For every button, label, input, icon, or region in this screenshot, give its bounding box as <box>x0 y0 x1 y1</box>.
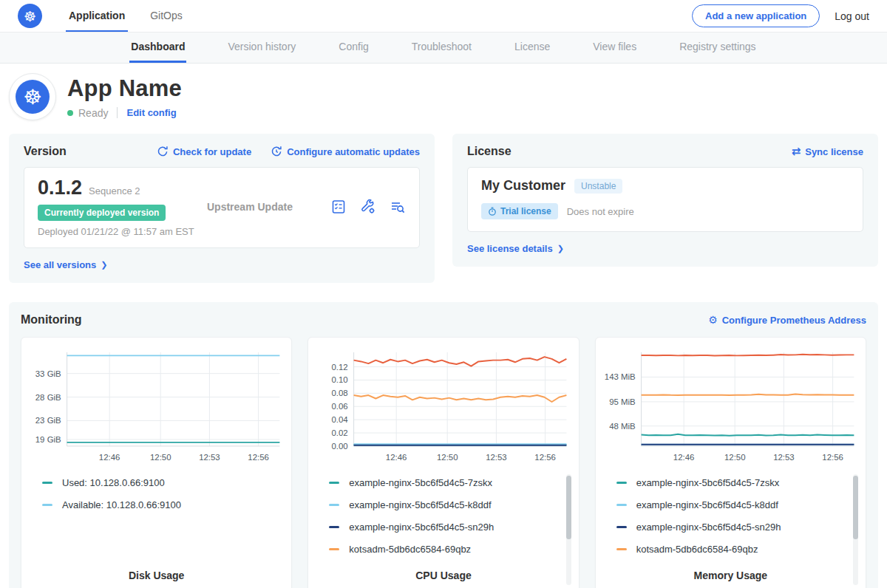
cpu-usage-card: 12:4612:5012:5312:560.000.020.040.060.08… <box>307 337 579 588</box>
series-dash-icon <box>616 482 627 484</box>
sync-arrows-icon: ⇄ <box>792 146 801 157</box>
svg-text:0.00: 0.00 <box>332 442 348 451</box>
cpu-usage-chart: 12:4612:5012:5312:560.000.020.040.060.08… <box>314 343 572 470</box>
cpu-usage-title: CPU Usage <box>314 564 572 581</box>
svg-text:12:46: 12:46 <box>99 453 120 462</box>
svg-text:12:56: 12:56 <box>535 453 557 462</box>
sequence-label: Sequence 2 <box>89 185 140 196</box>
svg-text:12:56: 12:56 <box>248 453 269 462</box>
expiry-text: Does not expire <box>567 206 634 217</box>
series-dash-icon <box>42 482 52 484</box>
app-avatar: ☸ <box>9 73 56 120</box>
kubernetes-logo-icon: ☸ <box>18 4 42 28</box>
edit-config-link[interactable]: Edit config <box>126 107 176 118</box>
memory-usage-card: 12:4612:5012:5312:5648 MiB95 MiB143 MiB … <box>595 337 866 588</box>
license-panel: My Customer Unstable Trial license Does … <box>467 167 863 232</box>
svg-text:12:53: 12:53 <box>486 453 507 462</box>
tab-license[interactable]: License <box>513 33 551 63</box>
svg-text:0.10: 0.10 <box>332 375 348 384</box>
configure-automatic-updates-link[interactable]: Configure automatic updates <box>271 146 420 157</box>
refresh-icon <box>157 146 169 157</box>
channel-badge: Unstable <box>574 179 622 194</box>
disk-usage-card: 12:4612:5012:5312:5619 GiB23 GiB28 GiB33… <box>21 337 292 588</box>
currently-deployed-badge: Currently deployed version <box>38 205 166 221</box>
legend-label: kotsadm-5db6dc6584-69qbz <box>349 544 471 555</box>
monitoring-title: Monitoring <box>21 313 82 327</box>
memory-usage-legend: example-nginx-5bc6f5d4c5-7zskx example-n… <box>602 470 860 564</box>
legend-label: example-nginx-5bc6f5d4c5-k8ddf <box>636 499 778 510</box>
tab-view-files[interactable]: View files <box>591 33 638 63</box>
see-license-details-link[interactable]: See license details ❯ <box>467 243 564 254</box>
svg-text:0.08: 0.08 <box>332 389 348 397</box>
tab-registry-settings[interactable]: Registry settings <box>678 33 757 63</box>
svg-text:12:53: 12:53 <box>773 453 795 462</box>
legend-label: Used: 10.128.0.66:9100 <box>62 477 165 488</box>
tab-dashboard[interactable]: Dashboard <box>129 33 186 63</box>
clock-refresh-icon <box>271 146 282 157</box>
legend-item: kotsadm-5db6dc6584-69qbz <box>329 544 562 555</box>
gear-icon: ⚙ <box>708 315 718 325</box>
checklist-icon <box>330 199 347 215</box>
chevron-right-icon: ❯ <box>101 260 107 270</box>
trial-license-label: Trial license <box>500 206 551 216</box>
check-for-update-link[interactable]: Check for update <box>157 146 251 157</box>
license-card-title: License <box>467 145 512 158</box>
legend-label: example-nginx-5bc6f5d4c5-7zskx <box>636 477 780 488</box>
series-dash-icon <box>616 504 627 506</box>
see-license-details-label: See license details <box>467 243 553 254</box>
legend-item: example-nginx-5bc6f5d4c5-k8ddf <box>329 499 562 510</box>
svg-text:28 GiB: 28 GiB <box>35 393 61 402</box>
memory-usage-chart: 12:4612:5012:5312:5648 MiB95 MiB143 MiB <box>602 343 860 470</box>
file-search-icon <box>390 199 406 215</box>
stopwatch-icon <box>488 207 497 216</box>
configure-automatic-updates-label: Configure automatic updates <box>287 146 420 157</box>
add-new-application-button[interactable]: Add a new application <box>692 4 820 27</box>
sync-license-label: Sync license <box>805 146 863 157</box>
tab-troubleshoot[interactable]: Troubleshoot <box>410 33 473 63</box>
version-card: Version Check for update Configure autom… <box>9 134 435 283</box>
legend-scrollbar[interactable] <box>566 474 571 585</box>
sync-license-link[interactable]: ⇄ Sync license <box>792 146 863 157</box>
series-dash-icon <box>616 526 627 528</box>
legend-label: example-nginx-5bc6f5d4c5-sn29h <box>349 522 494 533</box>
version-number: 0.1.2 <box>38 177 82 199</box>
logout-button[interactable]: Log out <box>835 10 869 22</box>
topnav-item-application[interactable]: Application <box>66 0 128 32</box>
svg-text:12:50: 12:50 <box>437 453 458 462</box>
legend-item: example-nginx-5bc6f5d4c5-k8ddf <box>616 499 849 510</box>
app-header: ☸ App Name Ready Edit config <box>0 64 887 132</box>
tab-version-history[interactable]: Version history <box>226 33 297 63</box>
preflight-checks-button[interactable] <box>330 199 347 215</box>
deployed-timestamp: Deployed 01/21/22 @ 11:57 am EST <box>38 226 204 237</box>
legend-item: example-nginx-5bc6f5d4c5-7zskx <box>616 477 849 488</box>
tab-config[interactable]: Config <box>337 33 370 63</box>
edit-config-button[interactable] <box>360 199 376 215</box>
legend-item: Used: 10.128.0.66:9100 <box>42 477 275 488</box>
divider <box>117 107 118 118</box>
topnav-item-gitops[interactable]: GitOps <box>147 0 186 32</box>
version-source-label: Upstream Update <box>204 201 330 213</box>
svg-text:0.06: 0.06 <box>332 402 348 411</box>
check-for-update-label: Check for update <box>173 146 251 157</box>
svg-text:143 MiB: 143 MiB <box>604 372 635 381</box>
series-dash-icon <box>616 548 627 550</box>
disk-usage-chart: 12:4612:5012:5312:5619 GiB23 GiB28 GiB33… <box>27 343 285 470</box>
current-version-panel: 0.1.2 Sequence 2 Currently deployed vers… <box>24 167 420 248</box>
scrollbar-thumb[interactable] <box>853 476 858 539</box>
configure-prometheus-label: Configure Prometheus Address <box>722 315 866 326</box>
see-all-versions-link[interactable]: See all versions ❯ <box>24 259 108 270</box>
scrollbar-thumb[interactable] <box>566 476 571 539</box>
svg-text:95 MiB: 95 MiB <box>609 397 636 406</box>
view-diff-button[interactable] <box>390 199 406 215</box>
svg-text:0.04: 0.04 <box>332 415 349 424</box>
series-dash-icon <box>329 504 339 506</box>
configure-prometheus-link[interactable]: ⚙ Configure Prometheus Address <box>708 315 866 326</box>
svg-text:12:53: 12:53 <box>199 453 220 462</box>
series-dash-icon <box>42 504 52 506</box>
legend-item: example-nginx-5bc6f5d4c5-sn29h <box>616 522 849 533</box>
page-title: App Name <box>67 75 182 102</box>
legend-item: example-nginx-5bc6f5d4c5-sn29h <box>329 522 562 533</box>
legend-label: example-nginx-5bc6f5d4c5-7zskx <box>349 477 492 488</box>
see-all-versions-label: See all versions <box>24 259 96 270</box>
legend-scrollbar[interactable] <box>853 474 858 585</box>
